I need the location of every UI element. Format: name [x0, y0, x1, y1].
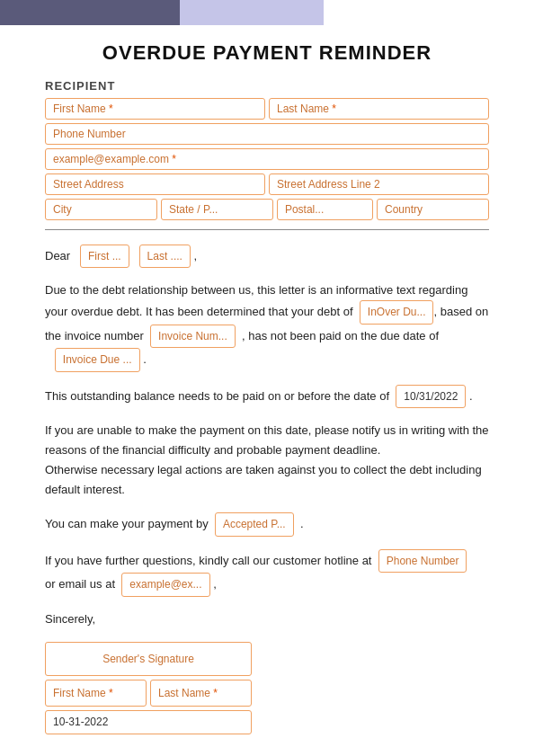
- dear-last-field[interactable]: Last ....: [139, 245, 191, 268]
- payment-dot: .: [300, 517, 304, 530]
- dear-first-field[interactable]: First ...: [80, 245, 129, 268]
- sincerely-label: Sincerely,: [45, 609, 489, 629]
- sender-signature-field[interactable]: Sender's Signature: [45, 642, 252, 676]
- section-divider: [45, 229, 489, 230]
- sender-last-field[interactable]: Last Name: [150, 680, 252, 707]
- top-bar-left: [0, 0, 180, 25]
- sender-first-field[interactable]: First Name: [45, 680, 147, 707]
- last-name-field[interactable]: Last Name: [269, 98, 489, 120]
- street1-field[interactable]: Street Address: [45, 173, 265, 195]
- street-row: Street Address Street Address Line 2: [45, 173, 489, 195]
- postal-field[interactable]: Postal...: [277, 199, 373, 220]
- sincerely-block: Sincerely, Sender's Signature First Name…: [45, 609, 489, 734]
- body8-text: If you have further questions, kindly ca…: [45, 553, 371, 566]
- name-row: First Name Last Name: [45, 98, 489, 120]
- street2-field[interactable]: Street Address Line 2: [269, 173, 489, 195]
- city-row: City State / P... Postal... Country: [45, 199, 489, 220]
- hotline-field[interactable]: Phone Number: [378, 549, 467, 573]
- invoice-due-field[interactable]: Invoice Due ...: [55, 348, 140, 371]
- email-comma: ,: [213, 577, 217, 591]
- para-4: You can make your payment by Accepted P.…: [45, 512, 489, 536]
- recipient-section: RECIPIENT First Name Last Name Phone Num…: [45, 79, 489, 220]
- dear-comma: ,: [194, 249, 198, 262]
- dear-label: Dear: [45, 249, 70, 262]
- body3-text: , has not been paid on the due date of: [242, 329, 439, 342]
- email-field[interactable]: example@example.com: [45, 148, 489, 170]
- pay-date-field[interactable]: 10/31/2022: [396, 385, 466, 408]
- para-5: If you have further questions, kindly ca…: [45, 549, 489, 597]
- body6-text: Otherwise necessary legal actions are ta…: [45, 463, 482, 496]
- body5-text: If you are unable to make the payment on…: [45, 423, 489, 457]
- para-1: Due to the debt relationship between us,…: [45, 280, 489, 371]
- debt-amount-field[interactable]: InOver Du...: [360, 300, 434, 324]
- phone-field[interactable]: Phone Number: [45, 123, 489, 145]
- invoice-due-dot: .: [143, 352, 147, 366]
- invoice-num-field[interactable]: Invoice Num...: [150, 325, 236, 348]
- state-field[interactable]: State / P...: [161, 199, 273, 220]
- body9-text: or email us at: [45, 577, 115, 591]
- body4-text: This outstanding balance needs to be pai…: [45, 388, 389, 402]
- payment-method-field[interactable]: Accepted P...: [215, 512, 294, 536]
- para-3: If you are unable to make the payment on…: [45, 421, 489, 500]
- letter-body: Dear First ... Last .... , Due to the de…: [45, 245, 489, 734]
- country-field[interactable]: Country: [377, 199, 489, 220]
- page-title: OVERDUE PAYMENT REMINDER: [45, 41, 489, 65]
- top-bar-right: [180, 0, 324, 25]
- first-name-field[interactable]: First Name: [45, 98, 265, 120]
- recipient-label: RECIPIENT: [45, 79, 489, 93]
- body7-text: You can make your payment by: [45, 517, 209, 530]
- top-bar: [0, 0, 534, 25]
- para-2: This outstanding balance needs to be pai…: [45, 385, 489, 408]
- phone-row: Phone Number: [45, 123, 489, 145]
- sender-date-field[interactable]: 10-31-2022: [45, 710, 252, 734]
- pay-date-dot: .: [469, 388, 473, 402]
- email-row: example@example.com: [45, 148, 489, 170]
- sender-name-row: First Name Last Name: [45, 680, 252, 707]
- city-field[interactable]: City: [45, 199, 157, 220]
- email-contact-field[interactable]: example@ex...: [121, 573, 209, 596]
- dear-line: Dear First ... Last .... ,: [45, 245, 489, 268]
